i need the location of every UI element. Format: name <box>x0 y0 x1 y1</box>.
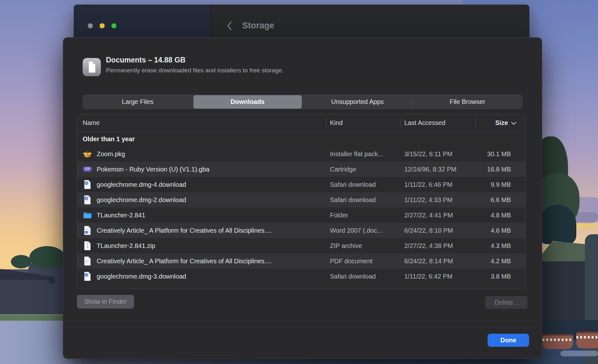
delete-button[interactable]: Delete... <box>485 296 527 309</box>
wallpaper-tree <box>29 246 65 269</box>
pdf-icon <box>83 256 92 266</box>
show-in-finder-button[interactable]: Show in Finder <box>77 295 134 309</box>
traffic-close-button[interactable] <box>88 23 93 28</box>
column-header-last-accessed[interactable]: Last Accessed <box>400 114 475 131</box>
traffic-minimize-button[interactable] <box>100 23 105 28</box>
table-row[interactable]: Zoom.pkg Installer flat pack... 3/15/22,… <box>77 146 525 162</box>
safari-download-icon <box>83 179 92 190</box>
section-header: Older than 1 year <box>77 132 525 146</box>
table-row[interactable]: googlechrome.dmg-4.download Safari downl… <box>77 177 525 192</box>
column-header-name[interactable]: Name <box>77 114 326 131</box>
wallpaper-water-glint <box>560 351 598 356</box>
window-title: Storage <box>242 21 274 31</box>
table-row[interactable]: TLauncher-2.841 Folder 2/27/22, 4:41 PM … <box>77 207 525 223</box>
traffic-zoom-button[interactable] <box>111 23 116 28</box>
column-header-kind[interactable]: Kind <box>326 114 400 131</box>
tab-large-files[interactable]: Large Files <box>84 95 192 109</box>
folder-icon <box>83 210 92 221</box>
safari-download-icon <box>83 271 92 282</box>
footer-divider <box>63 321 542 322</box>
dialog-title: Documents – 14.88 GB <box>106 56 185 64</box>
window-controls <box>88 23 116 28</box>
wallpaper-boat <box>542 334 573 349</box>
back-chevron-icon[interactable] <box>226 21 233 32</box>
category-tabs: Large Files Downloads Unsupported Apps F… <box>83 94 522 109</box>
done-button[interactable]: Done <box>488 334 529 347</box>
table-header: Name Kind Last Accessed Size <box>77 114 525 132</box>
wallpaper-tree <box>11 255 31 268</box>
zip-icon <box>83 240 92 251</box>
word-doc-icon <box>83 225 92 236</box>
document-icon <box>83 58 101 76</box>
dialog-subtitle: Permanently erase downloaded files and i… <box>106 67 284 74</box>
tab-downloads[interactable]: Downloads <box>193 95 302 109</box>
tab-file-browser[interactable]: File Browser <box>413 95 522 109</box>
tab-divider <box>413 98 413 106</box>
table-rows: Zoom.pkg Installer flat pack... 3/15/22,… <box>77 146 525 284</box>
package-icon <box>83 149 92 159</box>
table-row[interactable]: Creatively Article_ A Platform for Creat… <box>77 253 525 269</box>
documents-storage-dialog: Documents – 14.88 GB Permanently erase d… <box>63 37 542 359</box>
wallpaper-boat <box>576 331 598 348</box>
table-row[interactable]: TLauncher-2.841.zip ZIP archive 2/27/22,… <box>77 238 525 253</box>
files-table: Name Kind Last Accessed Size Older than … <box>77 114 526 289</box>
table-row[interactable]: Pokemon - Ruby Version (U) (V1.1).gba Ca… <box>77 162 525 177</box>
wallpaper-palm-tree <box>539 205 576 244</box>
chevron-down-icon <box>511 119 516 127</box>
tab-unsupported-apps[interactable]: Unsupported Apps <box>303 95 412 109</box>
table-row[interactable]: googlechrome.dmg-3.download Safari downl… <box>77 269 525 284</box>
cartridge-icon <box>83 164 92 175</box>
safari-download-icon <box>83 194 92 205</box>
column-header-size[interactable]: Size <box>475 114 525 131</box>
table-row[interactable]: googlechrome.dmg-2.download Safari downl… <box>77 192 525 207</box>
table-row[interactable]: Creatively Article_ A Platform for Creat… <box>77 223 525 238</box>
